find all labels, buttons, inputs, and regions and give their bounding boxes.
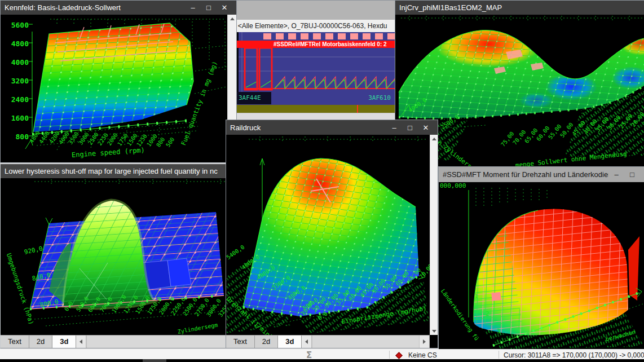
axis-tick: 800 xyxy=(4,133,29,140)
app-bottom-edge xyxy=(0,359,644,362)
axis-tick: 2 xyxy=(486,311,489,317)
kennfeld-window: Kennfeld: Basis-Ladedruck-Sollwert – □ ✕ xyxy=(0,0,237,162)
status-separator xyxy=(499,351,499,359)
axis-tick: 2400 xyxy=(4,96,29,103)
axis-tick: 1 xyxy=(474,293,478,299)
raildruck-plot[interactable]: 5400,04800,04000,03500,03000,0500,00,0 2… xyxy=(226,135,430,335)
address-left: 3AF44E xyxy=(239,92,261,104)
scroll-up-icon[interactable] xyxy=(228,15,236,23)
checksum-status-text: Keine CS xyxy=(408,351,437,359)
file-overview-bar[interactable] xyxy=(231,104,399,113)
axis-tick: 5600 xyxy=(4,21,29,29)
tab-text[interactable]: Text xyxy=(226,335,255,348)
scroll-down-icon[interactable] xyxy=(430,327,438,335)
ssdmft-corner-value: 000,000 xyxy=(440,183,466,189)
window-title: Lower hysteresis shut-off map for large … xyxy=(5,167,226,175)
minimize-button[interactable]: – xyxy=(185,3,201,12)
selection-blocks-row xyxy=(263,33,399,39)
axis-tick: 4800 xyxy=(4,40,29,47)
window-title: InjCrv_phiMI1Bas1EOM2_MAP xyxy=(399,3,640,12)
minimize-button[interactable]: – xyxy=(608,170,624,179)
raildruck-window: Raildruck – □ ✕ xyxy=(226,120,438,348)
tab-3d[interactable]: 3d xyxy=(52,335,76,348)
address-right: 3AF610 xyxy=(368,92,391,104)
hexdump-blank-area xyxy=(231,1,399,20)
ssdmft-titlebar[interactable]: #SSD#MFT Moment für Drehzahl und Länderk… xyxy=(439,167,644,182)
axis-tick: 3 xyxy=(497,328,501,334)
scroll-up-icon[interactable] xyxy=(430,135,438,143)
raildruck-horizontal-scrollbar[interactable] xyxy=(312,335,420,348)
hysteresis-tabbar: Text 2d 3d xyxy=(1,335,230,348)
hysteresis-titlebar[interactable]: Lower hysteresis shut-off map for large … xyxy=(1,164,230,178)
checksum-status-icon xyxy=(395,352,403,359)
status-separator xyxy=(389,351,390,359)
maximize-button[interactable]: □ xyxy=(624,170,640,179)
ssdmft-window: #SSD#MFT Moment für Drehzahl und Länderk… xyxy=(438,166,644,348)
hexdump-signal-view[interactable]: #SSDRel#MFTRel Motorbasiskennfeld 0: 2 xyxy=(231,32,399,92)
window-title: #SSD#MFT Moment für Drehzahl und Länderk… xyxy=(443,170,608,179)
maximize-button[interactable]: □ xyxy=(402,123,418,132)
maximize-button[interactable]: □ xyxy=(201,3,217,12)
scroll-left-icon[interactable] xyxy=(302,335,312,348)
close-button[interactable]: ✕ xyxy=(217,3,232,12)
raildruck-vertical-scrollbar[interactable] xyxy=(430,135,438,335)
raildruck-titlebar[interactable]: Raildruck – □ ✕ xyxy=(226,120,438,135)
kennfeld-plot[interactable]: 560048004000320024001600800 480044004200… xyxy=(1,15,227,162)
hysteresis-horizontal-scrollbar[interactable] xyxy=(86,335,230,348)
axis-tick: 4000 xyxy=(4,59,29,66)
minimize-button[interactable]: – xyxy=(386,123,402,132)
tab-text[interactable]: Text xyxy=(1,335,29,348)
kennfeld-titlebar[interactable]: Kennfeld: Basis-Ladedruck-Sollwert – □ ✕ xyxy=(1,1,236,15)
hexdump-window: : <Alle Elemente>, O_7BUJ-00000C56-063, … xyxy=(230,0,399,120)
window-title: Raildruck xyxy=(230,123,386,132)
injcrv-titlebar[interactable]: InjCrv_phiMI1Bas1EOM2_MAP xyxy=(395,1,644,15)
scroll-left-icon[interactable] xyxy=(76,335,86,348)
tab-2d[interactable]: 2d xyxy=(255,335,278,348)
hysteresis-plot[interactable]: 920,0840,0800,0 0,0500,0600,0700,01000,0… xyxy=(1,178,230,335)
window-title: Kennfeld: Basis-Ladedruck-Sollwert xyxy=(5,3,185,12)
close-button[interactable]: ✕ xyxy=(418,123,434,132)
cursor-info-text: Cursor: 3011A8 => 170,000 (170,000) -> 0… xyxy=(504,351,644,359)
hysteresis-window: Lower hysteresis shut-off map for large … xyxy=(0,164,230,348)
raildruck-tabbar: Text 2d 3d xyxy=(226,335,430,348)
tab-3d[interactable]: 3d xyxy=(278,335,302,348)
status-bar: Σ Keine CS Cursor: 3011A8 => 170,000 (17… xyxy=(0,348,644,362)
hexdump-horizontal-scrollbar[interactable] xyxy=(231,113,399,120)
address-strip: 3AF44E 3AF610 xyxy=(231,92,399,104)
axis-tick: 1600 xyxy=(4,114,29,122)
overview-cursor-marker xyxy=(357,105,358,113)
tab-2d[interactable]: 2d xyxy=(29,335,52,348)
hexdump-window-title[interactable]: : <Alle Elemente>, O_7BUJ-00000C56-063, … xyxy=(231,20,399,32)
map-banner-label[interactable]: #SSDRel#MFTRel Motorbasiskennfeld 0: 2 xyxy=(231,41,399,48)
app-bottom-edge-segment xyxy=(143,359,166,362)
scroll-right-icon[interactable] xyxy=(420,335,430,348)
ssdmft-plot[interactable]: 000,000 123 Länderkodierung fü berwachun xyxy=(439,182,644,349)
axis-tick: 3200 xyxy=(4,77,29,85)
